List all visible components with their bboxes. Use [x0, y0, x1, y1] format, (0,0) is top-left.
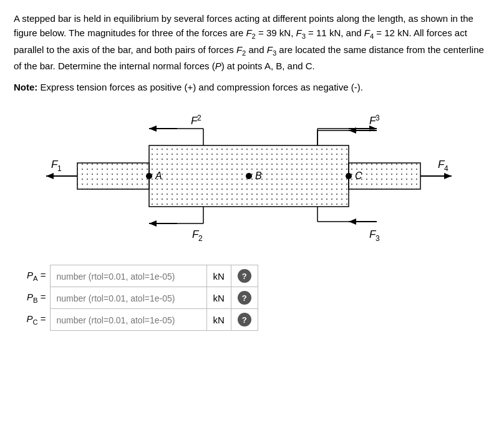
table-row-pc: PC = kN ?: [19, 309, 258, 331]
svg-marker-36: [349, 218, 356, 225]
svg-text:3: 3: [376, 234, 380, 243]
pa-input[interactable]: [57, 272, 200, 282]
svg-point-41: [146, 173, 152, 179]
note-line: Note: Express tension forces as positive…: [14, 82, 490, 92]
pa-unit: kN: [206, 265, 231, 287]
note-label: Note:: [14, 82, 37, 92]
svg-marker-21: [149, 220, 157, 227]
diagram-svg: F 1 F 4 F 2 F 2: [40, 107, 464, 244]
pa-help-button[interactable]: ?: [238, 269, 251, 283]
pb-unit: kN: [206, 287, 231, 309]
svg-text:4: 4: [444, 164, 448, 173]
svg-text:C: C: [355, 170, 362, 181]
svg-point-45: [346, 173, 352, 179]
svg-marker-5: [46, 173, 54, 179]
table-row-pb: PB = kN ?: [19, 287, 258, 309]
pc-label: PC =: [19, 309, 50, 331]
pb-label: PB =: [19, 287, 50, 309]
svg-point-43: [246, 173, 252, 179]
svg-text:B: B: [255, 170, 262, 181]
pb-input[interactable]: [57, 293, 200, 303]
pa-label: PA =: [19, 265, 50, 287]
answer-table: PA = kN ? PB = kN ? PC =: [19, 265, 258, 331]
svg-text:3: 3: [376, 114, 380, 122]
table-row-pa: PA = kN ?: [19, 265, 258, 287]
pb-input-cell[interactable]: [50, 287, 206, 309]
pa-input-cell[interactable]: [50, 265, 206, 287]
svg-text:A: A: [155, 170, 162, 181]
svg-marker-9: [444, 173, 452, 179]
svg-text:1: 1: [57, 164, 62, 173]
pc-unit: kN: [206, 309, 231, 331]
pb-help-button[interactable]: ?: [238, 291, 251, 305]
svg-text:2: 2: [198, 234, 203, 243]
note-text: Express tension forces as positive (+) a…: [41, 82, 363, 92]
svg-rect-1: [77, 163, 149, 189]
diagram-container: F 1 F 4 F 2 F 2: [14, 104, 490, 247]
pc-help-button[interactable]: ?: [238, 313, 251, 326]
svg-marker-15: [149, 125, 157, 132]
problem-text: A stepped bar is held in equilibrium by …: [14, 11, 490, 73]
pc-input-cell[interactable]: [50, 309, 206, 331]
pc-input[interactable]: [57, 315, 200, 325]
pc-help-cell[interactable]: ?: [231, 309, 258, 331]
pb-help-cell[interactable]: ?: [231, 287, 258, 309]
svg-text:2: 2: [197, 114, 201, 122]
pa-help-cell[interactable]: ?: [231, 265, 258, 287]
